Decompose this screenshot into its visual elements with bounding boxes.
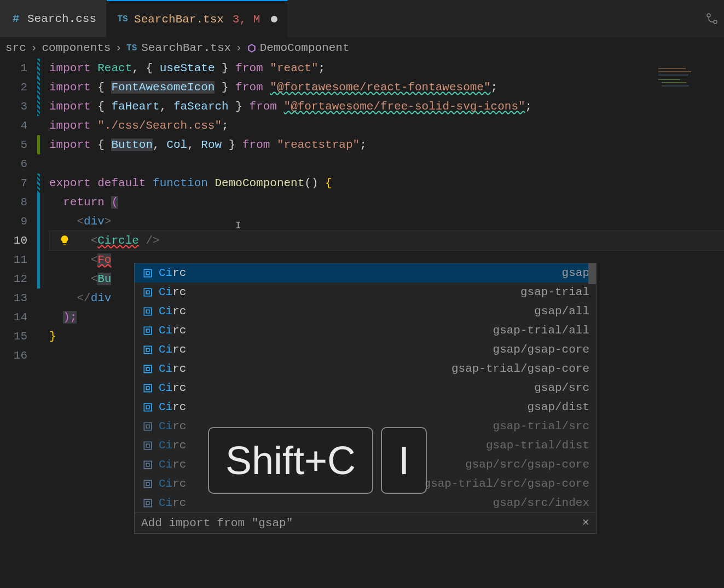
symbol-icon: [247, 43, 257, 53]
suggestion-label: Circ: [159, 439, 186, 452]
line-number-gutter: 1 2 3 4 5 6 7 8 9 10 11 12 13 14 15 16: [0, 59, 38, 365]
lightbulb-icon[interactable]: [59, 235, 70, 246]
svg-rect-18: [144, 423, 152, 430]
module-icon: [141, 326, 154, 336]
chevron-right-icon: ›: [115, 42, 122, 54]
svg-rect-22: [144, 461, 152, 469]
svg-point-1: [714, 20, 717, 24]
module-icon: [141, 268, 154, 278]
close-icon[interactable]: ×: [582, 516, 589, 530]
suggestion-source: gsap-trial/gsap-core: [451, 362, 589, 375]
breadcrumb-part[interactable]: src: [5, 42, 26, 54]
svg-rect-21: [146, 444, 149, 447]
tab-searchbar-tsx[interactable]: TS SearchBar.tsx 3, M: [107, 0, 288, 37]
suggestion-label: Circ: [159, 286, 186, 298]
suggestion-source: gsap/src/gsap-core: [465, 458, 589, 471]
suggestion-source: gsap-trial/src: [493, 420, 589, 433]
suggestion-source: gsap-trial/src/gsap-core: [424, 477, 589, 490]
svg-rect-4: [144, 289, 152, 296]
svg-rect-2: [144, 269, 152, 277]
suggestion-item[interactable]: Circgsap-trial/gsap-core: [135, 359, 596, 378]
svg-rect-24: [144, 480, 152, 488]
breadcrumb-symbol[interactable]: DemoComponent: [247, 42, 350, 54]
module-icon: [141, 307, 154, 316]
scrollbar[interactable]: [588, 263, 596, 284]
svg-rect-20: [144, 442, 152, 449]
module-icon: [141, 402, 154, 412]
svg-rect-25: [146, 482, 149, 486]
css-file-icon: #: [10, 13, 22, 25]
svg-rect-5: [146, 291, 149, 294]
svg-rect-3: [146, 272, 149, 275]
suggestion-item[interactable]: Circgsap/all: [135, 302, 596, 321]
keystroke-overlay: Shift+C I: [208, 427, 427, 494]
suggestion-footer: Add import from "gsap" ×: [135, 512, 596, 533]
svg-rect-8: [144, 327, 152, 335]
suggestion-label: Circ: [159, 420, 186, 433]
suggestion-label: Circ: [159, 382, 186, 394]
suggestion-item[interactable]: Circgsap/src/index: [135, 493, 596, 512]
suggestion-source: gsap/all: [534, 305, 589, 318]
suggestion-item[interactable]: Circgsap-trial/all: [135, 321, 596, 340]
chevron-right-icon: ›: [31, 42, 38, 54]
module-icon: [141, 287, 154, 297]
svg-rect-17: [146, 406, 149, 409]
suggestion-source: gsap-trial/all: [493, 324, 589, 337]
module-icon: [141, 498, 154, 508]
module-icon: [141, 345, 154, 355]
module-icon: [141, 460, 154, 470]
module-icon: [141, 422, 154, 431]
suggestion-label: Circ: [159, 343, 186, 356]
ts-file-icon: TS: [117, 13, 129, 25]
tab-problems-meta: 3, M: [233, 13, 260, 26]
svg-rect-16: [144, 403, 152, 411]
svg-rect-12: [144, 365, 152, 373]
suggestion-source: gsap/dist: [528, 401, 589, 413]
svg-rect-23: [146, 463, 149, 466]
suggestion-item[interactable]: Circgsap: [135, 263, 596, 283]
source-control-icon[interactable]: [705, 12, 719, 28]
breadcrumb-file[interactable]: SearchBar.tsx: [141, 42, 231, 54]
svg-rect-10: [144, 346, 152, 354]
suggestion-source: gsap/src/index: [493, 497, 589, 509]
suggestion-source: gsap/gsap-core: [493, 343, 589, 356]
suggestion-label: Circ: [159, 267, 186, 279]
svg-rect-15: [146, 387, 149, 390]
svg-rect-14: [144, 384, 152, 392]
svg-rect-11: [146, 348, 149, 351]
suggestion-source: gsap/src: [534, 382, 589, 394]
suggestion-label: Circ: [159, 305, 186, 318]
suggestion-label: Circ: [159, 362, 186, 375]
module-icon: [141, 383, 154, 393]
suggestion-item[interactable]: Circgsap/src: [135, 378, 596, 397]
suggestion-item[interactable]: Circgsap/gsap-core: [135, 340, 596, 359]
svg-rect-19: [146, 425, 149, 428]
suggestion-source: gsap-trial: [520, 286, 589, 298]
key-i: I: [381, 427, 427, 494]
breadcrumb[interactable]: src › components › TS SearchBar.tsx › De…: [0, 37, 724, 59]
suggestion-source: gsap-trial/dist: [486, 439, 589, 452]
chevron-right-icon: ›: [235, 42, 242, 54]
suggestion-label: Circ: [159, 401, 186, 413]
ts-file-icon: TS: [126, 43, 137, 53]
suggestion-label: Circ: [159, 497, 186, 509]
svg-rect-27: [146, 501, 149, 505]
svg-rect-26: [144, 499, 152, 507]
suggestion-item[interactable]: Circgsap-trial: [135, 283, 596, 302]
tab-bar: # Search.css TS SearchBar.tsx 3, M: [0, 0, 724, 37]
suggestion-label: Circ: [159, 324, 186, 337]
suggestion-label: Circ: [159, 458, 186, 471]
tab-label: SearchBar.tsx: [134, 13, 224, 26]
suggestion-item[interactable]: Circgsap/dist: [135, 397, 596, 417]
tab-search-css[interactable]: # Search.css: [0, 0, 107, 37]
svg-rect-7: [146, 310, 149, 313]
svg-rect-9: [146, 329, 149, 332]
module-icon: [141, 441, 154, 451]
unsaved-dot-icon: [271, 16, 277, 22]
module-icon: [141, 479, 154, 489]
module-icon: [141, 364, 154, 374]
minimap[interactable]: [655, 66, 721, 131]
breadcrumb-part[interactable]: components: [42, 42, 111, 54]
tab-label: Search.css: [27, 13, 96, 25]
svg-rect-6: [144, 308, 152, 315]
